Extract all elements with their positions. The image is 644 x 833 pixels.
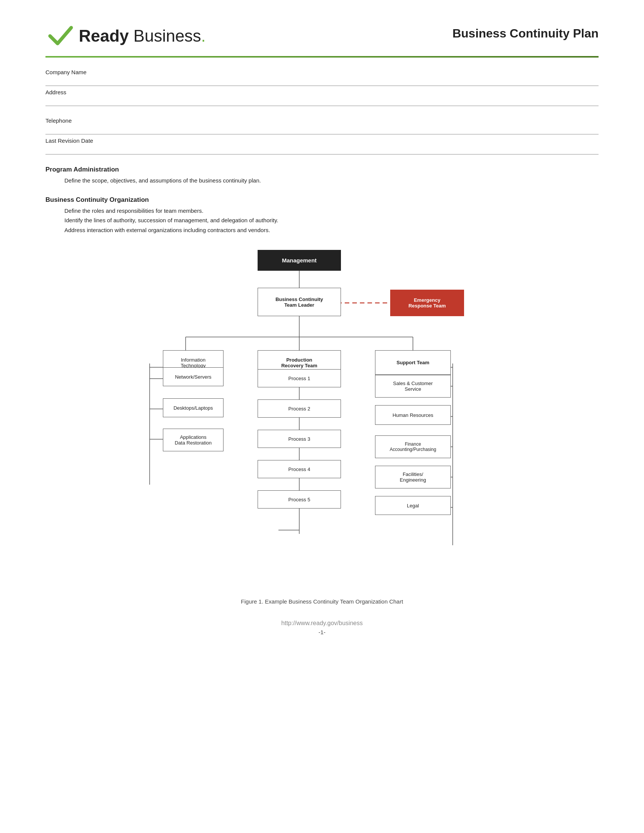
form-group-name-address: Company Name Address [45, 69, 599, 106]
section-bc-org-line1: Define the roles and responsibilities fo… [64, 206, 599, 216]
section-bc-org-body: Define the roles and responsibilities fo… [64, 206, 599, 235]
address-line[interactable] [45, 96, 599, 106]
header: Ready Business. Business Continuity Plan [45, 23, 599, 49]
section-program-admin-body: Define the scope, objectives, and assump… [64, 176, 599, 185]
node-emergency-response: EmergencyResponse Team [390, 289, 464, 316]
logo-business-text: Business [134, 26, 201, 45]
company-name-field: Company Name [45, 69, 599, 86]
emergency-response-text: EmergencyResponse Team [408, 297, 446, 309]
logo-area: Ready Business. [45, 23, 206, 49]
node-support-team: Support Team [375, 350, 451, 375]
footer: http://www.ready.gov/business -1- [45, 620, 599, 635]
telephone-line[interactable] [45, 125, 599, 134]
node-sales-customer: Sales & CustomerService [375, 375, 451, 397]
node-finance: FinanceAccounting/Purchasing [375, 436, 451, 458]
finance-text: FinanceAccounting/Purchasing [390, 442, 436, 452]
section-program-admin-line1: Define the scope, objectives, and assump… [64, 176, 599, 185]
info-tech-text: InformationTechnology [181, 357, 206, 368]
bc-team-leader-text: Business ContinuityTeam Leader [275, 296, 323, 308]
section-bc-org-title: Business Continuity Organization [45, 196, 599, 204]
node-process4: Process 4 [258, 460, 341, 478]
node-management: Management [258, 250, 341, 271]
company-name-line[interactable] [45, 76, 599, 86]
section-program-admin-title: Program Administration [45, 166, 599, 174]
form-section-1: Company Name Address [45, 69, 599, 106]
logo-text: Ready Business. [79, 27, 206, 44]
form-section-2: Telephone Last Revision Date [45, 117, 599, 154]
section-bc-org-line3: Address interaction with external organi… [64, 225, 599, 235]
logo-icon [45, 23, 76, 49]
figure-caption: Figure 1. Example Business Continuity Te… [114, 598, 530, 605]
green-divider [45, 56, 599, 58]
revision-date-line[interactable] [45, 145, 599, 154]
revision-date-label: Last Revision Date [45, 137, 599, 144]
company-name-label: Company Name [45, 69, 599, 76]
node-bc-team-leader: Business ContinuityTeam Leader [258, 288, 341, 316]
prod-recovery-text: ProductionRecovery Team [281, 357, 317, 368]
revision-date-field: Last Revision Date [45, 137, 599, 154]
node-network-servers: Network/Servers [163, 367, 224, 386]
telephone-label: Telephone [45, 117, 599, 124]
page: Ready Business. Business Continuity Plan… [0, 0, 644, 833]
facilities-text: Facilities/Engineering [400, 471, 426, 483]
sales-customer-text: Sales & CustomerService [393, 381, 433, 392]
org-chart: Management Business ContinuityTeam Leade… [114, 250, 530, 591]
footer-page: -1- [45, 629, 599, 635]
node-desktops-laptops: Desktops/Laptops [163, 398, 224, 417]
section-program-admin: Program Administration Define the scope,… [45, 166, 599, 185]
node-human-resources: Human Resources [375, 405, 451, 425]
logo-dot: . [201, 26, 206, 45]
node-process2: Process 2 [258, 399, 341, 418]
org-chart-container: Management Business ContinuityTeam Leade… [114, 250, 530, 605]
address-label: Address [45, 89, 599, 95]
logo-ready: Ready [79, 26, 129, 45]
header-title: Business Continuity Plan [452, 23, 599, 40]
node-process5: Process 5 [258, 490, 341, 508]
app-data-text: ApplicationsData Restoration [175, 434, 212, 445]
telephone-field: Telephone [45, 117, 599, 134]
node-process3: Process 3 [258, 430, 341, 448]
node-legal: Legal [375, 496, 451, 515]
node-process1: Process 1 [258, 369, 341, 388]
address-field: Address [45, 89, 599, 106]
node-app-data: ApplicationsData Restoration [163, 429, 224, 451]
node-facilities: Facilities/Engineering [375, 466, 451, 489]
section-bc-org-line2: Identify the lines of authority, success… [64, 215, 599, 225]
form-group-tel-date: Telephone Last Revision Date [45, 117, 599, 154]
section-bc-org: Business Continuity Organization Define … [45, 196, 599, 235]
footer-url: http://www.ready.gov/business [45, 620, 599, 627]
